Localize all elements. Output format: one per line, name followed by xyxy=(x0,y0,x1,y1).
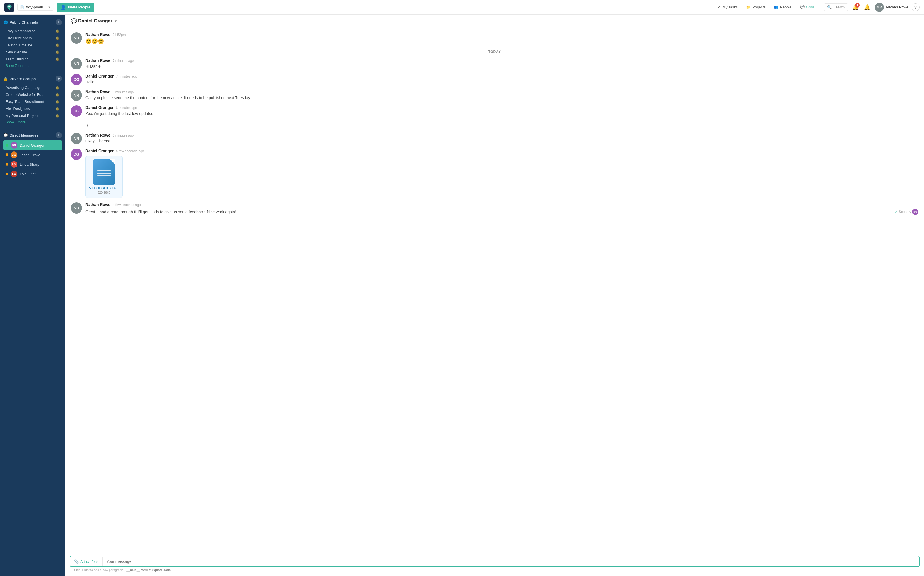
message-avatar-nathan: NR xyxy=(71,32,82,43)
message-avatar-nathan: NR xyxy=(71,202,82,214)
direct-messages-section: 💬 Direct Messages + DG Daniel Granger JG… xyxy=(0,128,65,181)
add-private-group-button[interactable]: + xyxy=(56,75,62,82)
message-row: NR Nathan Rowe 6 minutes ago Okay. Cheer… xyxy=(71,133,918,144)
input-hint: Shift+Enter to add a new paragraph __bol… xyxy=(70,567,919,573)
nav-people[interactable]: 👥 People xyxy=(770,3,795,11)
nav-chat[interactable]: 💬 Chat xyxy=(797,3,817,11)
lock-icon: 🔒 xyxy=(3,77,8,81)
message-content: Nathan Rowe 01:52pm 😊😊😊 xyxy=(85,32,918,45)
sidebar-item-hire-developers[interactable]: Hire Developers 🔔 xyxy=(3,35,62,42)
nav-my-tasks[interactable]: ✓ My Tasks xyxy=(714,3,741,11)
dm-daniel-granger[interactable]: DG Daniel Granger xyxy=(3,141,62,150)
notify-icon: 🔔 xyxy=(55,57,59,61)
online-status xyxy=(6,144,8,147)
public-channels-section: 🌐 Public Channels + Foxy Merchandise 🔔 H… xyxy=(0,14,65,71)
message-content: Daniel Granger a few seconds ago 5 THOUG… xyxy=(85,149,918,198)
message-header: Nathan Rowe 6 minutes ago xyxy=(85,90,918,94)
message-author: Nathan Rowe xyxy=(85,202,110,207)
user-name-label: Nathan Rowe xyxy=(886,5,908,9)
seen-indicator: ✓ Seen by DG xyxy=(895,209,918,215)
message-time: a few seconds ago xyxy=(113,203,141,207)
dm-linda-sharp[interactable]: LS Linda Sharp xyxy=(3,160,62,169)
top-nav: 📄 foxy-produ... ▼ 👤 Invite People ✓ My T… xyxy=(0,0,924,14)
notify-icon: 🔔 xyxy=(55,29,59,33)
message-input-area: 📎 Attach files Shift+Enter to add a new … xyxy=(65,553,924,576)
public-channels-header: 🌐 Public Channels + xyxy=(3,19,62,25)
message-text: Yep, i'm just doing the last few updates… xyxy=(85,111,918,128)
message-author: Daniel Granger xyxy=(85,74,114,78)
add-dm-button[interactable]: + xyxy=(56,132,62,138)
notifications-button[interactable]: 🔔 1 xyxy=(851,3,860,11)
user-avatar: NR xyxy=(875,3,884,12)
notification-badge: 1 xyxy=(855,3,860,8)
globe-icon: 🌐 xyxy=(3,20,8,24)
help-button[interactable]: ? xyxy=(912,3,919,11)
message-text: Okay. Cheers! xyxy=(85,138,918,144)
message-time: 01:52pm xyxy=(113,33,126,37)
message-text: Hello xyxy=(85,79,918,85)
search-box[interactable]: 🔍 Search xyxy=(824,3,848,11)
sidebar-item-team-building[interactable]: Team Building 🔔 xyxy=(3,56,62,62)
notify-icon: 🔔 xyxy=(55,86,59,90)
sidebar-item-foxy-merchandise[interactable]: Foxy Merchandise 🔔 xyxy=(3,27,62,35)
message-content: Nathan Rowe 6 minutes ago Okay. Cheers! xyxy=(85,133,918,144)
sidebar-item-advertising-campaign[interactable]: Advertising Campaign 🔔 xyxy=(3,84,62,91)
message-author: Nathan Rowe xyxy=(85,58,110,62)
dm-icon: 💬 xyxy=(3,133,8,138)
message-content: Nathan Rowe 7 minutes ago Hi Daniel xyxy=(85,58,918,69)
file-line xyxy=(97,170,111,171)
message-header: Daniel Granger 7 minutes ago xyxy=(85,74,918,78)
message-content: Daniel Granger 7 minutes ago Hello xyxy=(85,74,918,85)
sidebar-item-my-personal-project[interactable]: My Personal Project 🔔 xyxy=(3,112,62,119)
sidebar-item-create-website[interactable]: Create Website for Fo... 🔔 xyxy=(3,91,62,98)
message-author: Nathan Rowe xyxy=(85,90,110,94)
direct-messages-header: 💬 Direct Messages + xyxy=(3,132,62,138)
message-row: DG Daniel Granger 6 minutes ago Yep, i'm… xyxy=(71,106,918,128)
workspace-selector[interactable]: 📄 foxy-produ... ▼ xyxy=(18,4,53,11)
checkmark-icon: ✓ xyxy=(895,210,898,214)
dm-lola-grint[interactable]: LG Lola Grint xyxy=(3,169,62,179)
alerts-button[interactable]: 🔔 xyxy=(863,3,871,11)
tasks-icon: ✓ xyxy=(718,5,721,9)
message-time: 6 minutes ago xyxy=(113,133,134,138)
workspace-chevron: ▼ xyxy=(48,6,51,9)
dm-jason-grove[interactable]: JG Jason Grove xyxy=(3,150,62,160)
search-icon: 🔍 xyxy=(827,5,831,9)
user-profile[interactable]: NR Nathan Rowe xyxy=(875,3,908,12)
sidebar-item-foxy-team-recruitment[interactable]: Foxy Team Recruitment 🔔 xyxy=(3,98,62,105)
away-status xyxy=(6,163,8,166)
nav-right: 🔍 Search 🔔 1 🔔 NR Nathan Rowe ? xyxy=(824,3,919,12)
dm-avatar-jason: JG xyxy=(11,152,18,158)
message-author: Nathan Rowe xyxy=(85,32,110,37)
file-name: 5 THOUGHTS LE... xyxy=(89,186,119,190)
invite-people-button[interactable]: 👤 Invite People xyxy=(57,3,94,12)
message-content: Nathan Rowe 6 minutes ago Can you please… xyxy=(85,90,918,101)
formatting-hint: __bold__ *strike* >quote code xyxy=(127,568,171,571)
message-avatar-daniel: DG xyxy=(71,74,82,85)
message-header: Nathan Rowe a few seconds ago xyxy=(85,202,918,207)
add-public-channel-button[interactable]: + xyxy=(56,19,62,25)
message-input[interactable] xyxy=(102,556,919,566)
sidebar-item-launch-timeline[interactable]: Launch Timeline 🔔 xyxy=(3,42,62,49)
dm-avatar-linda: LS xyxy=(11,161,18,168)
invite-icon: 👤 xyxy=(61,5,66,10)
chat-title: Daniel Granger ▾ xyxy=(78,18,117,24)
chevron-down-icon[interactable]: ▾ xyxy=(115,19,117,23)
message-avatar-daniel: DG xyxy=(71,106,82,117)
message-input-box: 📎 Attach files xyxy=(70,556,919,567)
show-more-groups[interactable]: Show 1 more ... xyxy=(3,119,62,125)
today-divider: TODAY xyxy=(71,50,918,54)
sidebar-item-hire-designers[interactable]: Hire Designers 🔔 xyxy=(3,105,62,112)
message-avatar-nathan: NR xyxy=(71,133,82,144)
message-content: Nathan Rowe a few seconds ago Great! I h… xyxy=(85,202,918,215)
nav-projects[interactable]: 📁 Projects xyxy=(743,3,769,11)
message-avatar-nathan: NR xyxy=(71,58,82,69)
notify-icon: 🔔 xyxy=(55,100,59,104)
chat-area: 💬 Daniel Granger ▾ NR Nathan Rowe 01:52p… xyxy=(65,14,924,576)
public-channels-title: 🌐 Public Channels xyxy=(3,20,38,24)
attach-files-button[interactable]: 📎 Attach files xyxy=(70,557,102,566)
file-attachment[interactable]: 5 THOUGHTS LE... 520.98kB xyxy=(85,156,123,198)
sidebar-item-new-website[interactable]: New Website 🔔 xyxy=(3,49,62,56)
show-more-channels[interactable]: Show 7 more ... xyxy=(3,62,62,69)
message-time: a few seconds ago xyxy=(116,149,144,153)
